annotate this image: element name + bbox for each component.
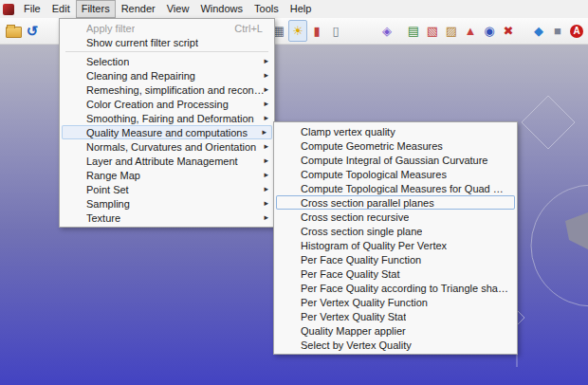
submenu-arrow-icon: ▸ [264, 111, 268, 125]
menu-item-label: Layer and Attribute Management [86, 156, 238, 167]
submenu-arrow-icon: ▸ [264, 182, 268, 196]
select-vertex-icon[interactable]: ◉ [480, 20, 499, 42]
menu-item-label: Sampling [86, 198, 130, 210]
menu-view[interactable]: View [161, 0, 195, 18]
diamond-outline [522, 96, 575, 149]
layers-icon[interactable]: ▤ [404, 20, 423, 42]
light-toggle-icon[interactable]: ☀ [288, 20, 307, 42]
submenu-item-label: Clamp vertex quality [301, 126, 395, 138]
menu-item-point-set[interactable]: Point Set ▸ [60, 182, 274, 196]
submenu-arrow-icon: ▸ [264, 68, 268, 82]
app-icon [3, 4, 14, 15]
menu-file[interactable]: File [18, 0, 46, 18]
menu-separator [65, 51, 268, 52]
submenu-item-label: Cross section single plane [301, 226, 422, 237]
submenu-item-compute-geometric-measures[interactable]: Compute Geometric Measures [274, 138, 517, 153]
menu-item-label: Color Creation and Processing [86, 99, 229, 110]
submenu-item-label: Per Face Quality Function [301, 254, 421, 266]
submenu-item-label: Quality Mapper applier [301, 325, 406, 337]
submenu-arrow-icon: ▸ [264, 54, 268, 68]
annotation-icon[interactable]: A [567, 20, 586, 42]
menu-tools[interactable]: Tools [248, 0, 285, 18]
submenu-arrow-icon: ▸ [264, 196, 268, 211]
submenu-item-cross-section-recursive[interactable]: Cross section recursive [274, 210, 517, 224]
submenu-arrow-icon: ▸ [262, 125, 266, 139]
folder-icon [6, 27, 22, 38]
menu-item-remeshing[interactable]: Remeshing, simplification and reconstruc… [60, 82, 274, 97]
open-file-icon[interactable] [4, 20, 23, 42]
menu-item-selection[interactable]: Selection ▸ [60, 54, 274, 68]
menu-item-label: Texture [86, 212, 120, 224]
submenu-item-select-by-vertex-quality[interactable]: Select by Vertex Quality [274, 338, 517, 352]
menu-item-layer-attribute[interactable]: Layer and Attribute Management ▸ [60, 154, 274, 168]
submenu-item-per-face-quality-function[interactable]: Per Face Quality Function [274, 252, 517, 266]
menu-filters[interactable]: Filters [76, 0, 116, 18]
submenu-item-histogram-quality[interactable]: Histogram of Quality Per Vertex [274, 238, 517, 252]
menu-bar: File Edit Filters Render View Windows To… [0, 0, 588, 19]
decorator-red-icon[interactable]: ▮ [307, 20, 326, 42]
submenu-item-label: Per Face Quality Stat [301, 268, 400, 280]
gray-plane [565, 212, 588, 249]
menu-item-range-map[interactable]: Range Map ▸ [60, 168, 274, 182]
menu-render[interactable]: Render [116, 0, 161, 18]
menu-item-label: Show current filter script [86, 37, 198, 48]
submenu-item-label: Per Face Quality according to Triangle s… [301, 283, 509, 294]
menu-item-color-creation[interactable]: Color Creation and Processing ▸ [60, 97, 274, 111]
submenu-item-quality-mapper[interactable]: Quality Mapper applier [274, 323, 517, 338]
select-face-icon[interactable]: ▲ [461, 20, 480, 42]
submenu-arrow-icon: ▸ [264, 154, 268, 168]
menu-item-label: Selection [86, 56, 129, 67]
menu-item-quality-measure[interactable]: Quality Measure and computations ▸ [62, 125, 272, 139]
menu-item-show-filter-script[interactable]: Show current filter script [60, 35, 274, 49]
letter-a-icon: A [570, 25, 583, 38]
menu-item-sampling[interactable]: Sampling ▸ [60, 196, 274, 211]
submenu-item-label: Per Vertex Quality Function [301, 297, 428, 308]
submenu-item-label: Per Vertex Quality Stat [301, 311, 406, 322]
submenu-item-per-face-triangle-shape[interactable]: Per Face Quality according to Triangle s… [274, 281, 517, 295]
submenu-item-clamp-vertex-quality[interactable]: Clamp vertex quality [274, 124, 517, 138]
color-paint-icon[interactable]: ▧ [423, 20, 442, 42]
submenu-item-label: Compute Topological Measures for Quad Me… [301, 183, 509, 194]
measure-icon[interactable]: ▨ [442, 20, 461, 42]
submenu-item-topological-quad[interactable]: Compute Topological Measures for Quad Me… [274, 181, 517, 195]
menu-item-apply-filter[interactable]: Apply filter Ctrl+L [60, 21, 274, 35]
meshlab-window: File Edit Filters Render View Windows To… [0, 0, 588, 385]
submenu-item-per-vertex-quality-function[interactable]: Per Vertex Quality Function [274, 295, 517, 309]
submenu-item-per-vertex-quality-stat[interactable]: Per Vertex Quality Stat [274, 309, 517, 323]
matrix-icon[interactable]: ■ [548, 20, 567, 42]
submenu-item-gaussian-curvature[interactable]: Compute Integral of Gaussian Curvature [274, 153, 517, 167]
menu-item-smoothing[interactable]: Smoothing, Fairing and Deformation ▸ [60, 111, 274, 125]
reload-icon[interactable]: ↺ [23, 20, 42, 42]
manipulator-icon[interactable]: ◈ [377, 20, 396, 42]
menu-item-label: Remeshing, simplification and reconstruc… [86, 84, 266, 96]
toolbar-group-render: ▦ ☀ ▮ ▯ [269, 20, 345, 42]
submenu-item-label: Histogram of Quality Per Vertex [301, 240, 447, 251]
menu-item-cleaning-repairing[interactable]: Cleaning and Repairing ▸ [60, 68, 274, 82]
menu-item-label: Point Set [86, 184, 129, 195]
submenu-item-label: Compute Topological Measures [301, 169, 447, 180]
submenu-item-label: Cross section parallel planes [301, 197, 434, 209]
menu-item-texture[interactable]: Texture ▸ [60, 211, 274, 225]
submenu-item-cross-section-parallel[interactable]: Cross section parallel planes [276, 195, 515, 210]
submenu-item-label: Compute Geometric Measures [301, 140, 443, 152]
align-icon[interactable]: ◆ [529, 20, 548, 42]
submenu-item-cross-section-single[interactable]: Cross section single plane [274, 224, 517, 238]
submenu-arrow-icon: ▸ [264, 82, 268, 97]
toolbar-group-file: ↺ [4, 20, 42, 42]
submenu-arrow-icon: ▸ [264, 211, 268, 225]
menu-help[interactable]: Help [285, 0, 318, 18]
submenu-arrow-icon: ▸ [264, 97, 268, 111]
submenu-item-topological-measures[interactable]: Compute Topological Measures [274, 167, 517, 181]
menu-item-label: Cleaning and Repairing [86, 70, 195, 82]
submenu-arrow-icon: ▸ [264, 139, 268, 154]
menu-edit[interactable]: Edit [46, 0, 76, 18]
menu-item-normals-curvatures[interactable]: Normals, Curvatures and Orientation ▸ [60, 139, 274, 154]
decorator-gray-icon[interactable]: ▯ [326, 20, 345, 42]
submenu-item-label: Compute Integral of Gaussian Curvature [301, 155, 488, 166]
menu-item-label: Range Map [86, 170, 140, 181]
submenu-item-per-face-quality-stat[interactable]: Per Face Quality Stat [274, 266, 517, 281]
menu-item-label: Quality Measure and computations [86, 127, 248, 138]
delete-face-icon[interactable]: ✖ [499, 20, 518, 42]
menu-item-label: Smoothing, Fairing and Deformation [86, 113, 254, 124]
menu-windows[interactable]: Windows [194, 0, 248, 18]
